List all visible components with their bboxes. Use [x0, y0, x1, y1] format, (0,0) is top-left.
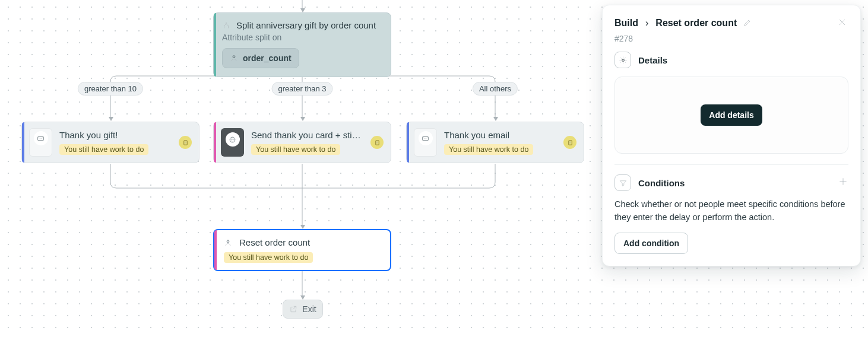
svg-point-7 [227, 240, 229, 242]
split-node[interactable]: Split anniversary gift by order count At… [213, 12, 391, 77]
add-details-button[interactable]: Add details [701, 104, 762, 126]
arrow-icon [493, 117, 498, 121]
attribute-name: order_count [243, 53, 292, 63]
card-thumb [29, 128, 52, 157]
gear-icon [614, 52, 631, 68]
status-badge: You still have work to do [444, 144, 533, 155]
card-thumb [221, 128, 244, 157]
split-icon [222, 21, 230, 30]
panel-hash: #278 [603, 30, 860, 52]
status-badge: You still have work to do [59, 144, 148, 155]
add-condition-icon-button[interactable] [838, 176, 848, 189]
card-title: Thank you email [444, 130, 556, 140]
status-badge: You still have work to do [251, 144, 340, 155]
conditions-title: Conditions [638, 178, 685, 188]
breadcrumb-root[interactable]: Build [614, 18, 638, 28]
action-card-sticker[interactable]: Send thank you card + stic… You still ha… [213, 122, 391, 163]
selected-node-reset-order-count[interactable]: Reset order count You still have work to… [213, 229, 391, 271]
person-icon [224, 239, 232, 247]
mail-icon [422, 135, 429, 142]
arrow-icon [300, 8, 305, 12]
chevron-right-icon: › [645, 18, 648, 28]
close-panel-button[interactable] [836, 16, 848, 30]
branch-pill[interactable]: greater than 3 [272, 82, 333, 96]
card-title: Send thank you card + stic… [251, 130, 363, 140]
arrow-icon [300, 225, 305, 229]
globe-icon [229, 136, 236, 144]
details-title: Details [638, 55, 667, 65]
action-card-gift[interactable]: Thank you gift! You still have work to d… [21, 122, 199, 163]
card-thumb [414, 128, 437, 157]
card-title: Thank you gift! [59, 130, 172, 140]
draft-icon [563, 136, 576, 149]
attribute-chip[interactable]: order_count [222, 48, 299, 68]
svg-point-8 [622, 59, 624, 61]
branch-pill[interactable]: All others [473, 82, 518, 96]
external-link-icon [289, 305, 297, 313]
svg-point-0 [233, 56, 235, 58]
card-stripe [214, 122, 216, 163]
selected-node-title: Reset order count [239, 237, 310, 247]
panel-title: Reset order count [655, 18, 737, 28]
side-panel: Build › Reset order count #278 Details A… [602, 5, 861, 266]
svg-rect-1 [38, 136, 44, 141]
svg-rect-5 [423, 136, 429, 141]
split-title: Split anniversary gift by order count [236, 20, 376, 30]
details-section-title: Details [614, 52, 848, 68]
branch-pill[interactable]: greater than 10 [78, 82, 143, 96]
filter-icon [614, 174, 631, 191]
divider [614, 164, 848, 165]
close-icon [837, 17, 847, 27]
pencil-icon [743, 18, 752, 27]
edit-title-button[interactable] [742, 17, 753, 30]
draft-icon [179, 136, 192, 149]
conditions-description: Check whether or not people meet specifi… [614, 198, 848, 224]
draft-icon [370, 136, 384, 149]
arrow-icon [109, 117, 113, 121]
exit-label: Exit [302, 304, 316, 314]
arrow-icon [300, 295, 305, 300]
card-stripe [22, 122, 24, 163]
add-condition-button[interactable]: Add condition [614, 233, 688, 254]
card-stripe [407, 122, 409, 163]
mail-icon [37, 135, 45, 142]
arrow-icon [300, 117, 305, 121]
person-icon [230, 54, 238, 62]
exit-button[interactable]: Exit [283, 300, 323, 319]
split-subtitle: Attribute split on [222, 33, 382, 42]
details-box: Add details [614, 77, 848, 154]
action-card-email[interactable]: Thank you email You still have work to d… [406, 122, 584, 163]
status-badge: You still have work to do [224, 252, 313, 263]
panel-header: Build › Reset order count [603, 5, 860, 30]
